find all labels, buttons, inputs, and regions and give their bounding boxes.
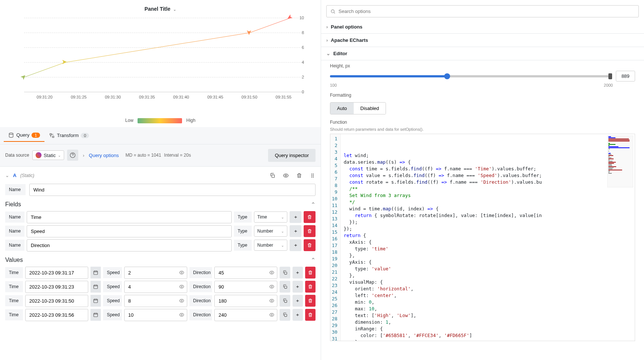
query-ref-id[interactable]: A [13,173,16,178]
eye-icon[interactable] [269,284,274,289]
height-value-input[interactable]: 889 [616,71,635,81]
calendar-button[interactable] [90,267,101,279]
drag-icon[interactable] [310,173,316,179]
add-row-button[interactable]: ＋ [293,309,303,321]
direction-input[interactable] [214,267,277,279]
field-row: NameTypeTime⌄＋ [5,211,316,223]
time-input[interactable] [25,295,88,307]
add-row-button[interactable]: ＋ [293,295,303,307]
datasource-picker[interactable]: Static ⌄ [32,150,65,160]
query-name-input[interactable] [29,184,316,196]
visual-map-high: High [186,118,196,123]
field-type-label: Type [234,226,252,237]
delete-row-button[interactable] [305,281,316,293]
chevron-up-icon[interactable]: ⌃ [311,257,316,264]
speed-input[interactable] [124,281,187,293]
add-field-button[interactable]: ＋ [290,225,301,237]
speed-input[interactable] [124,309,187,321]
value-row: TimeSpeedDirection＋ [5,281,316,293]
eye-icon[interactable] [179,284,184,289]
field-type-select[interactable]: Number⌄ [254,226,287,237]
slider-thumb[interactable] [444,73,450,79]
formatting-disabled-button[interactable]: Disabled [354,103,386,114]
height-slider[interactable] [330,75,612,77]
eye-icon[interactable] [269,312,274,317]
datasource-help-button[interactable] [67,150,78,161]
query-options-link[interactable]: Query options [89,153,119,158]
eye-icon[interactable] [179,270,184,275]
speed-input[interactable] [124,267,187,279]
code-editor[interactable]: 1234567891011121314151617181920212223242… [330,134,635,341]
delete-row-button[interactable] [305,267,316,279]
visual-map[interactable]: Low High [6,118,315,123]
field-type-label: Type [234,211,252,223]
copy-icon[interactable] [270,173,275,179]
tab-transform[interactable]: Transform 0 [44,130,94,141]
panel-title-text: Panel Title [145,6,171,12]
copy-row-button[interactable] [280,309,290,321]
direction-input[interactable] [214,281,277,293]
field-name-input[interactable] [27,211,232,223]
chevron-right-icon: › [326,37,328,43]
name-label: Name [5,184,26,195]
trash-icon[interactable] [296,173,302,179]
svg-rect-19 [94,299,98,303]
time-input[interactable] [25,309,88,321]
time-label: Time [5,295,23,306]
copy-row-button[interactable] [280,281,290,293]
svg-point-0 [9,133,13,134]
chevron-up-icon[interactable]: ⌃ [311,201,316,208]
svg-rect-11 [94,271,98,274]
eye-icon[interactable] [179,298,184,303]
panel-title[interactable]: Panel Title ⌄ [6,4,315,14]
calendar-button[interactable] [90,281,101,293]
speed-input[interactable] [124,295,187,307]
tab-query[interactable]: Query 1 [4,129,44,142]
minimap[interactable] [607,136,633,187]
copy-row-button[interactable] [280,295,290,307]
add-field-button[interactable]: ＋ [290,211,301,223]
delete-field-button[interactable] [304,239,316,251]
accordion-editor[interactable]: ⌄ Editor [321,47,644,60]
field-name-input[interactable] [27,225,232,237]
delete-row-button[interactable] [305,309,316,321]
svg-point-13 [271,272,273,273]
eye-icon[interactable] [269,270,274,275]
wind-arrow[interactable]: ➤ [19,72,28,81]
accordion-panel-options[interactable]: › Panel options [321,20,644,34]
formatting-segment: Auto Disabled [330,102,386,114]
eye-icon[interactable] [179,312,184,317]
eye-icon[interactable] [283,173,289,179]
copy-row-button[interactable] [280,267,290,279]
svg-point-16 [181,286,182,287]
field-type-select[interactable]: Time⌄ [254,211,287,223]
calendar-button[interactable] [90,309,101,321]
search-options[interactable] [326,5,639,17]
height-max: 2000 [604,83,613,87]
field-type-label: Type [234,240,252,251]
field-type-select[interactable]: Number⌄ [254,240,287,251]
speed-label: Speed [103,267,122,278]
delete-row-button[interactable] [305,295,316,307]
calendar-button[interactable] [90,295,101,307]
formatting-auto-button[interactable]: Auto [330,103,354,114]
direction-input[interactable] [214,309,277,321]
add-field-button[interactable]: ＋ [290,239,301,251]
chevron-down-icon[interactable]: ⌄ [5,173,9,178]
search-input[interactable] [338,9,635,14]
time-input[interactable] [25,267,88,279]
height-min: 100 [330,83,337,87]
delete-field-button[interactable] [304,225,316,237]
field-name-input[interactable] [27,239,232,251]
delete-field-button[interactable] [304,211,316,223]
accordion-echarts[interactable]: › Apache ECharts [321,34,644,47]
time-input[interactable] [25,281,88,293]
chevron-right-icon[interactable]: › [81,153,86,158]
query-inspector-button[interactable]: Query inspector [268,149,316,162]
eye-icon[interactable] [269,298,274,303]
direction-input[interactable] [214,295,277,307]
add-row-button[interactable]: ＋ [293,267,303,279]
svg-point-17 [271,286,273,287]
add-row-button[interactable]: ＋ [293,281,303,293]
chart-plot[interactable]: 024681009:31:2009:31:2509:31:3009:31:350… [24,18,304,114]
